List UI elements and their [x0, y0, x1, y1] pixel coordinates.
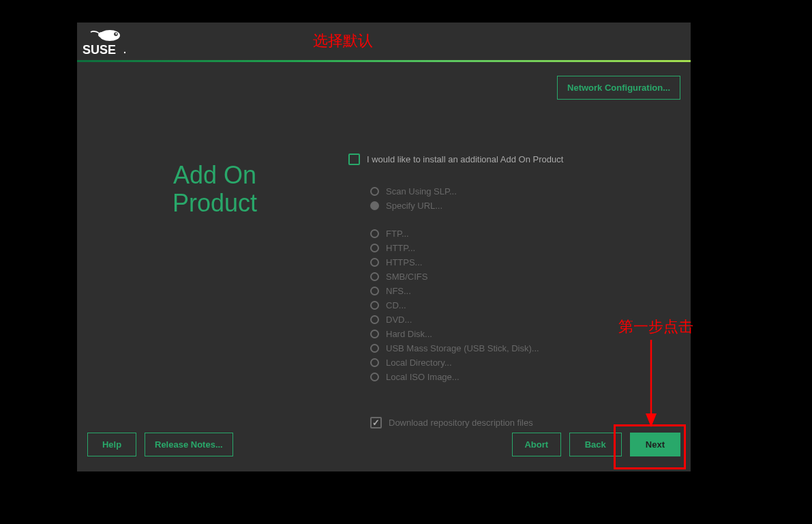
radio-label: Local Directory...: [386, 358, 452, 368]
radio-label: HTTP...: [386, 243, 415, 253]
radio-icon[interactable]: [370, 344, 379, 353]
radio-label: DVD...: [386, 315, 412, 325]
radio-option[interactable]: DVD...: [370, 312, 648, 327]
download-desc-row[interactable]: Download repository description files: [370, 417, 648, 428]
radio-label: CD...: [386, 300, 406, 310]
radio-icon[interactable]: [370, 187, 379, 196]
radio-option[interactable]: Local ISO Image...: [370, 370, 648, 384]
radio-option[interactable]: CD...: [370, 298, 648, 312]
radio-option[interactable]: Specify URL...: [370, 199, 648, 213]
annotation-step-one-click: 第一步点击: [618, 317, 693, 337]
addon-checkbox-label: I would like to install an additional Ad…: [367, 154, 563, 164]
suse-logo: SUSE: [81, 27, 136, 57]
radio-option[interactable]: FTP...: [370, 227, 648, 241]
annotation-select-default: 选择默认: [313, 31, 373, 51]
page-title: Add On Product: [172, 161, 257, 218]
radio-option[interactable]: SMB/CIFS: [370, 270, 648, 284]
annotation-highlight-box: [614, 424, 686, 469]
installer-window: SUSE Network Configuration... Add On Pro…: [77, 23, 691, 471]
radio-icon[interactable]: [370, 229, 379, 238]
radio-label: Hard Disk...: [386, 329, 432, 339]
radio-icon[interactable]: [370, 358, 379, 367]
radio-icon[interactable]: [370, 244, 379, 252]
radio-label: NFS...: [386, 286, 411, 296]
radio-icon[interactable]: [370, 201, 379, 210]
source-radio-group-secondary: FTP...HTTP...HTTPS...SMB/CIFSNFS...CD...…: [370, 227, 648, 384]
radio-icon[interactable]: [370, 301, 379, 310]
radio-option[interactable]: Local Directory...: [370, 355, 648, 370]
download-desc-label: Download repository description files: [389, 418, 533, 428]
radio-label: Specify URL...: [386, 201, 442, 211]
page-title-line1: Add On: [173, 161, 256, 189]
radio-icon[interactable]: [370, 330, 379, 338]
release-notes-button[interactable]: Release Notes...: [145, 433, 233, 456]
annotation-arrow-icon: [644, 340, 658, 428]
svg-point-5: [124, 52, 125, 53]
footer: Help Release Notes... Abort Back Next: [87, 433, 680, 456]
main-content: I would like to install an additional Ad…: [348, 154, 648, 428]
radio-icon[interactable]: [370, 287, 379, 295]
addon-checkbox[interactable]: [348, 154, 360, 165]
help-button[interactable]: Help: [87, 433, 136, 456]
top-right-actions: Network Configuration...: [557, 76, 680, 100]
radio-option[interactable]: NFS...: [370, 284, 648, 298]
radio-option[interactable]: HTTPS...: [370, 255, 648, 270]
radio-label: Scan Using SLP...: [386, 186, 457, 196]
radio-label: USB Mass Storage (USB Stick, Disk)...: [386, 343, 539, 353]
radio-option[interactable]: Hard Disk...: [370, 327, 648, 341]
abort-button[interactable]: Abort: [512, 433, 561, 456]
radio-option[interactable]: HTTP...: [370, 241, 648, 255]
radio-label: Local ISO Image...: [386, 372, 460, 382]
radio-icon[interactable]: [370, 272, 379, 281]
radio-icon[interactable]: [370, 373, 379, 381]
radio-option[interactable]: Scan Using SLP...: [370, 184, 648, 199]
addon-checkbox-row[interactable]: I would like to install an additional Ad…: [348, 154, 648, 165]
radio-icon[interactable]: [370, 258, 379, 267]
radio-icon[interactable]: [370, 315, 379, 324]
radio-label: FTP...: [386, 229, 409, 239]
download-desc-checkbox[interactable]: [370, 417, 382, 428]
accent-gradient-bar: [77, 60, 691, 62]
page-title-line2: Product: [172, 189, 257, 217]
radio-label: SMB/CIFS: [386, 272, 427, 282]
svg-point-3: [115, 33, 117, 34]
source-radio-group-primary: Scan Using SLP...Specify URL...: [370, 184, 648, 213]
svg-text:SUSE: SUSE: [82, 43, 116, 57]
radio-option[interactable]: USB Mass Storage (USB Stick, Disk)...: [370, 341, 648, 355]
network-configuration-button[interactable]: Network Configuration...: [557, 76, 680, 100]
radio-label: HTTPS...: [386, 257, 422, 267]
header: SUSE: [77, 23, 691, 60]
